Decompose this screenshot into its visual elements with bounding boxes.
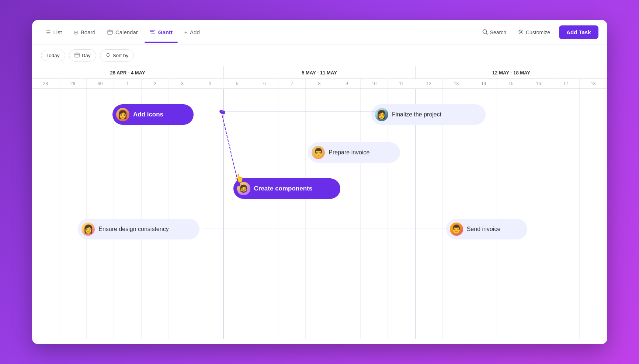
tab-board-label: Board xyxy=(81,29,95,35)
day-11: 11 xyxy=(388,79,415,88)
svg-line-16 xyxy=(221,112,239,185)
app-container: ☰ List ⊞ Board Calendar xyxy=(32,20,607,344)
tab-gantt[interactable]: Gantt xyxy=(145,26,178,38)
search-label: Search xyxy=(490,29,506,35)
tab-board[interactable]: ⊞ Board xyxy=(69,26,101,38)
day-15: 15 xyxy=(497,79,525,88)
task-avatar-design xyxy=(81,223,95,236)
task-add-icons[interactable]: Add icons xyxy=(112,104,194,125)
dot-marker-bottom xyxy=(235,183,239,186)
gantt-icon xyxy=(150,29,156,35)
day-label: Day xyxy=(82,53,91,58)
search-button[interactable]: Search xyxy=(479,27,509,38)
tab-add[interactable]: + Add xyxy=(179,26,205,38)
tab-add-label: Add xyxy=(190,29,200,35)
svg-point-9 xyxy=(520,31,522,33)
day-1: 1 xyxy=(114,79,141,88)
task-label-finalize: Finalize the project xyxy=(392,111,441,118)
search-icon xyxy=(482,29,488,36)
task-avatar-add-icons xyxy=(116,108,129,121)
task-label-send-invoice: Send invoice xyxy=(467,226,501,232)
day-3: 3 xyxy=(169,79,196,88)
task-avatar-finalize xyxy=(375,108,388,121)
gear-icon xyxy=(518,29,524,36)
task-create-components[interactable]: Create components xyxy=(233,178,340,199)
plus-icon: + xyxy=(184,29,187,35)
list-icon: ☰ xyxy=(46,29,51,35)
svg-rect-0 xyxy=(108,30,112,34)
task-label-invoice: Prepare invoice xyxy=(329,149,369,156)
day-6: 6 xyxy=(251,79,278,88)
day-14: 14 xyxy=(470,79,497,88)
day-13: 13 xyxy=(443,79,470,88)
board-icon: ⊞ xyxy=(74,29,78,35)
day-9: 9 xyxy=(333,79,361,88)
customize-button[interactable]: Customize xyxy=(515,27,553,38)
svg-rect-10 xyxy=(75,53,79,57)
calendar-icon xyxy=(107,29,113,36)
day-30: 30 xyxy=(87,79,114,88)
task-avatar-components xyxy=(237,182,250,195)
day-10: 10 xyxy=(361,79,388,88)
week-header-3: 12 MAY - 18 MAY xyxy=(416,66,607,78)
tab-calendar[interactable]: Calendar xyxy=(102,26,143,39)
task-send-invoice[interactable]: Send invoice xyxy=(446,219,527,239)
day-7: 7 xyxy=(278,79,306,88)
tab-calendar-label: Calendar xyxy=(115,29,138,35)
task-avatar-invoice xyxy=(312,146,325,159)
dependency-line xyxy=(32,89,607,339)
task-label-design: Ensure design consistency xyxy=(98,226,169,232)
tab-list[interactable]: ☰ List xyxy=(41,26,67,38)
day-5: 5 xyxy=(223,79,251,88)
week-header-1: 28 APR - 4 MAY xyxy=(32,66,224,78)
day-18: 18 xyxy=(580,79,607,88)
sort-icon xyxy=(105,52,111,59)
dot-marker-top xyxy=(222,111,225,114)
tasks-layer: Add icons Finalize the project Prepare i… xyxy=(32,89,607,339)
today-button[interactable]: Today xyxy=(41,50,65,61)
week-header-2: 5 MAY - 11 MAY xyxy=(224,66,416,78)
task-label-components: Create components xyxy=(254,185,313,192)
task-ensure-design[interactable]: Ensure design consistency xyxy=(78,219,199,239)
sort-label: Sort by xyxy=(113,53,129,58)
gantt-grid: Add icons Finalize the project Prepare i… xyxy=(32,89,607,339)
task-prepare-invoice[interactable]: Prepare invoice xyxy=(308,142,400,163)
add-task-button[interactable]: Add Task xyxy=(559,25,598,39)
day-2: 2 xyxy=(142,79,169,88)
sort-button[interactable]: Sort by xyxy=(100,49,134,62)
svg-line-8 xyxy=(486,33,487,34)
tab-list-label: List xyxy=(53,29,62,35)
tab-gantt-label: Gantt xyxy=(158,29,173,35)
day-numbers: 28 29 30 1 2 3 4 5 6 7 8 9 10 11 12 13 1… xyxy=(32,79,607,89)
day-8: 8 xyxy=(306,79,333,88)
day-button[interactable]: Day xyxy=(69,49,96,62)
day-29: 29 xyxy=(59,79,87,88)
day-16: 16 xyxy=(525,79,552,88)
day-28: 28 xyxy=(32,79,59,88)
day-icon xyxy=(74,52,80,59)
week-headers: 28 APR - 4 MAY 5 MAY - 11 MAY 12 MAY - 1… xyxy=(32,66,607,79)
gantt-area: 28 APR - 4 MAY 5 MAY - 11 MAY 12 MAY - 1… xyxy=(32,66,607,344)
customize-label: Customize xyxy=(526,29,550,35)
task-finalize-project[interactable]: Finalize the project xyxy=(371,104,486,125)
today-label: Today xyxy=(46,53,60,58)
nav-right: Search Customize Add Task xyxy=(479,25,598,39)
day-12: 12 xyxy=(415,79,442,88)
task-label-add-icons: Add icons xyxy=(133,111,163,118)
day-4: 4 xyxy=(196,79,223,88)
top-nav: ☰ List ⊞ Board Calendar xyxy=(32,20,607,45)
day-17: 17 xyxy=(552,79,580,88)
toolbar: Today Day Sort by xyxy=(32,45,607,66)
task-avatar-send-invoice xyxy=(450,223,463,236)
